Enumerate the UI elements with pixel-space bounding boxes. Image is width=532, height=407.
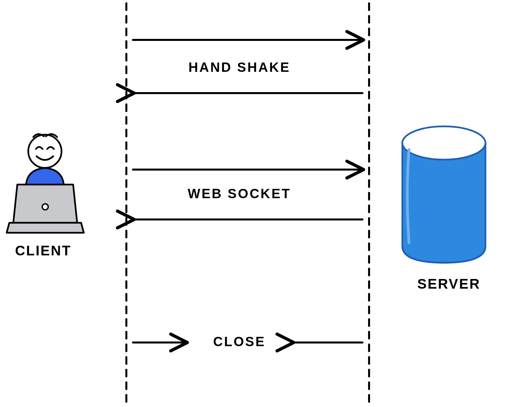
svg-point-1 bbox=[42, 204, 48, 210]
server-label: SERVER bbox=[406, 276, 492, 292]
client-label: CLIENT bbox=[3, 243, 83, 259]
handshake-label: HAND SHAKE bbox=[143, 60, 336, 75]
close-label: CLOSE bbox=[196, 334, 283, 349]
websocket-label: WEB SOCKET bbox=[143, 186, 336, 201]
svg-point-0 bbox=[28, 135, 62, 168]
client-icon bbox=[7, 134, 84, 233]
server-icon bbox=[402, 126, 485, 263]
diagram-stage: { "actors": { "client": { "label": "CLIE… bbox=[0, 0, 532, 407]
svg-point-2 bbox=[402, 126, 485, 160]
